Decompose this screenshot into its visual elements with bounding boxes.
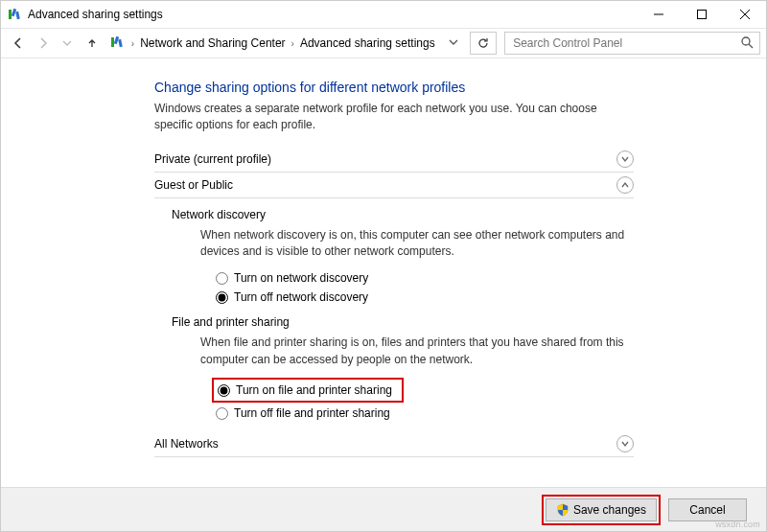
- subsection-network-discovery-title: Network discovery: [172, 208, 728, 221]
- window: Advanced sharing settings: [0, 0, 767, 532]
- recent-locations-button[interactable]: [56, 32, 79, 55]
- breadcrumb[interactable]: › Network and Sharing Center › Advanced …: [128, 32, 442, 55]
- highlight-box-save: Save changes: [542, 495, 661, 525]
- radio-fp-on[interactable]: Turn on file and printer sharing: [214, 382, 396, 399]
- section-all-networks-label: All Networks: [154, 437, 219, 451]
- subsection-file-printer-title: File and printer sharing: [172, 315, 728, 329]
- radio-fp-on-label: Turn on file and printer sharing: [236, 383, 392, 397]
- svg-rect-4: [697, 11, 706, 19]
- page-heading: Change sharing options for different net…: [154, 80, 728, 95]
- svg-rect-0: [9, 10, 12, 19]
- watermark: wsxdn.com: [715, 520, 760, 529]
- svg-rect-7: [111, 37, 114, 47]
- radio-fp-off-input[interactable]: [216, 407, 228, 420]
- radio-nd-off-label: Turn off network discovery: [234, 290, 368, 304]
- footer: Save changes Cancel: [1, 487, 766, 531]
- cancel-label: Cancel: [689, 503, 725, 517]
- address-dropdown-button[interactable]: [444, 36, 463, 50]
- titlebar: Advanced sharing settings: [1, 1, 766, 28]
- chevron-down-icon[interactable]: [616, 150, 634, 168]
- svg-rect-2: [15, 12, 20, 19]
- save-changes-button[interactable]: Save changes: [546, 498, 657, 521]
- chevron-right-icon: ›: [131, 38, 134, 49]
- section-private[interactable]: Private (current profile): [154, 147, 634, 173]
- chevron-up-icon[interactable]: [616, 176, 634, 194]
- svg-rect-9: [118, 38, 123, 46]
- radio-nd-on[interactable]: Turn on network discovery: [212, 269, 728, 287]
- breadcrumb-root[interactable]: Network and Sharing Center: [136, 36, 289, 50]
- search-box[interactable]: [504, 32, 760, 55]
- breadcrumb-current[interactable]: Advanced sharing settings: [296, 36, 439, 50]
- cancel-button[interactable]: Cancel: [668, 498, 747, 521]
- network-discovery-radio-group: Turn on network discovery Turn off netwo…: [212, 269, 728, 306]
- titlebar-left: Advanced sharing settings: [7, 7, 163, 22]
- control-panel-icon: [7, 7, 22, 22]
- page-intro: Windows creates a separate network profi…: [154, 101, 634, 133]
- highlight-box-fp-on: Turn on file and printer sharing: [212, 378, 404, 403]
- search-icon[interactable]: [740, 35, 754, 52]
- minimize-button[interactable]: [637, 1, 680, 28]
- subsection-network-discovery-desc: When network discovery is on, this compu…: [200, 227, 632, 261]
- section-all-networks[interactable]: All Networks: [154, 431, 634, 457]
- svg-point-10: [742, 37, 750, 45]
- radio-fp-off[interactable]: Turn off file and printer sharing: [212, 405, 728, 422]
- subsection-file-printer-desc: When file and printer sharing is on, fil…: [200, 335, 632, 368]
- navbar: › Network and Sharing Center › Advanced …: [1, 28, 766, 58]
- radio-nd-on-label: Turn on network discovery: [234, 271, 368, 285]
- radio-nd-off[interactable]: Turn off network discovery: [212, 289, 728, 306]
- radio-nd-on-input[interactable]: [216, 272, 228, 285]
- refresh-button[interactable]: [470, 32, 497, 55]
- back-button[interactable]: [7, 32, 30, 55]
- window-controls: [637, 1, 766, 28]
- chevron-down-icon[interactable]: [616, 435, 634, 452]
- save-changes-label: Save changes: [573, 503, 646, 517]
- breadcrumb-icon: [109, 35, 125, 53]
- svg-line-11: [749, 44, 753, 48]
- shield-icon: [556, 503, 569, 517]
- radio-nd-off-input[interactable]: [216, 291, 228, 304]
- file-printer-radio-group: Turn on file and printer sharing Turn of…: [212, 378, 728, 422]
- section-private-label: Private (current profile): [154, 152, 271, 166]
- content-area: Change sharing options for different net…: [1, 60, 766, 485]
- radio-fp-on-input[interactable]: [218, 384, 230, 397]
- maximize-button[interactable]: [680, 1, 723, 28]
- forward-button[interactable]: [32, 32, 55, 55]
- radio-fp-off-label: Turn off file and printer sharing: [234, 406, 390, 420]
- search-input[interactable]: [511, 35, 734, 51]
- section-guest[interactable]: Guest or Public: [154, 173, 634, 198]
- window-title: Advanced sharing settings: [28, 8, 163, 21]
- chevron-right-icon: ›: [291, 38, 294, 49]
- section-guest-label: Guest or Public: [154, 178, 233, 192]
- close-button[interactable]: [723, 1, 766, 28]
- up-button[interactable]: [81, 32, 104, 55]
